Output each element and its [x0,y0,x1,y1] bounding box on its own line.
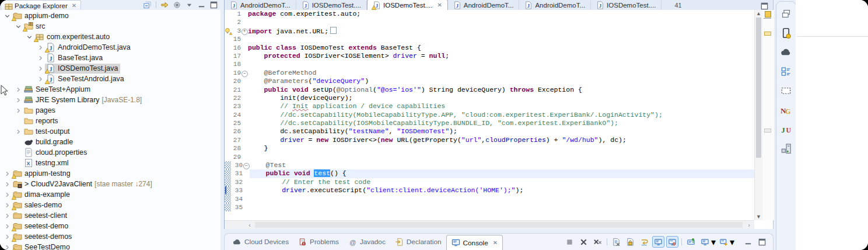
editor-tab-6[interactable]: JIOSDemoTest.... [591,1,662,10]
tree-item-row[interactable]: dima-example [12,190,72,200]
dropdown-caret-icon[interactable]: ▾ [711,237,716,248]
annotation-gutter[interactable] [225,203,231,211]
tree-item-seetest-client[interactable]: seetest-client [0,210,220,221]
chevron-right-icon[interactable] [2,211,12,220]
close-icon[interactable]: ✕ [437,2,442,8]
view-tab-problems[interactable]: Problems [293,234,344,250]
chevron-right-icon[interactable] [36,43,45,52]
annotation-gutter[interactable] [225,77,231,85]
tree-item-row[interactable]: reports [23,116,61,126]
testng-view-icon[interactable]: NG [780,103,793,116]
chevron-down-icon[interactable] [2,11,12,20]
annotation-gutter[interactable] [225,94,231,102]
annotation-gutter[interactable] [225,18,231,26]
overview-occurrence-marker[interactable] [764,129,771,133]
code-text[interactable] [250,195,754,203]
terminate-icon[interactable] [564,236,576,248]
code-text[interactable]: dc.setCapability("testName", "IOSDemoTes… [248,127,754,136]
minimize-icon[interactable] [197,0,206,9]
tree-item-seetestandroid-java[interactable]: JSeeTestAndroid.java [0,74,220,84]
collapsed-region-box[interactable] [330,27,337,34]
tree-item-iosdemotest-java[interactable]: JIOSDemoTest.java [0,63,220,74]
code-text[interactable]: //dc.setCapability(IOSMobileCapabilityTy… [248,119,754,127]
code-text[interactable]: package com.experitest.auto; [248,10,754,18]
tree-item-row[interactable]: src [23,22,48,32]
code-text[interactable]: @Test [250,161,754,169]
code-editor[interactable]: 1package com.experitest.auto;23+import j… [225,10,754,220]
fold-marker-icon[interactable]: − [241,69,248,77]
overview-warning-summary-icon[interactable] [765,11,771,18]
cloud-view-icon[interactable] [780,46,793,58]
chevron-right-icon[interactable] [2,169,12,178]
breakpoint-icon[interactable] [225,186,226,195]
annotation-gutter[interactable] [225,60,231,68]
tree-item-appium-demo[interactable]: appium-demo [0,11,220,21]
view-tab-console[interactable]: Console✕ [446,235,503,250]
tree-item-seetest-appium[interactable]: SeeTest+Appium [0,84,220,95]
package-explorer-tab[interactable]: Package Explorer ✕ [1,0,81,11]
code-text[interactable]: init(deviceQuery); [248,94,754,102]
code-text[interactable]: public void test() { [250,169,754,178]
fold-marker-icon[interactable]: + [241,27,248,35]
vertical-scroll-thumb[interactable] [756,18,761,158]
tree-item-cloud-properties[interactable]: cloud.properties [0,147,220,158]
tree-item-build-gradle[interactable]: build.gradle [0,137,220,147]
annotation-gutter[interactable] [225,102,231,110]
display-console-icon[interactable] [699,236,711,248]
annotation-gutter[interactable] [225,111,231,119]
chevron-right-icon[interactable] [13,95,23,105]
annotation-gutter[interactable] [225,10,231,18]
tree-item-row[interactable]: com.experitest.auto [34,32,112,42]
tree-item-reports[interactable]: reports [0,116,220,126]
chevron-right-icon[interactable] [2,232,12,241]
collapse-all-icon[interactable] [142,0,152,9]
tree-item-row[interactable]: JIOSDemoTest.java [45,64,120,74]
tree-item-row[interactable]: JSeeTestAndroid.java [45,74,127,84]
tree-item-row[interactable]: > CloudV2JavaClient [stae master ↓274] [12,179,155,189]
code-text[interactable]: @BeforeMethod [248,69,754,77]
editor-tab-2[interactable]: JIOSDemoTest.... [296,1,367,10]
code-text[interactable]: // Init application / device capabilitie… [248,102,754,110]
annotation-gutter[interactable] [225,69,231,77]
tree-item-row[interactable]: appium-testng [12,169,73,179]
chevron-right-icon[interactable] [36,64,45,73]
close-icon[interactable]: ✕ [72,2,76,9]
tree-item-seetest-demo[interactable]: seetest-demo [0,221,220,231]
code-text[interactable] [250,203,754,211]
tree-item-row[interactable]: JAndroidDemoTest.java [45,43,133,53]
code-text[interactable]: } [248,144,754,152]
tree-item-row[interactable]: JRE System Library [JavaSE-1.8] [23,95,144,105]
fold-toggle[interactable]: − [242,71,248,77]
code-text[interactable] [248,60,754,68]
annotation-gutter[interactable] [225,161,231,169]
view-tab-javadoc[interactable]: @Javadoc [344,234,390,250]
tree-item-row[interactable]: sales-demo [12,200,64,210]
annotation-gutter[interactable] [225,119,231,127]
remove-launch-icon[interactable] [578,236,590,248]
tree-item-pages[interactable]: pages [0,105,220,116]
code-text[interactable] [248,18,754,26]
chevron-right-icon[interactable] [2,221,12,231]
tree-item-row[interactable]: SeeTestDemo [12,242,72,250]
tree-item-row[interactable]: build.gradle [23,137,75,147]
maximize-icon[interactable] [209,0,219,9]
chevron-right-icon[interactable] [36,74,45,84]
pin-console-icon[interactable] [685,236,697,248]
tree-item-sales-demo[interactable]: sales-demo [0,200,220,210]
code-text[interactable]: @Parameters("deviceQuery") [248,77,754,85]
maximize-icon[interactable] [760,1,769,11]
horizontal-scrollbar[interactable]: ‹ › [225,220,754,229]
code-text[interactable]: driver = new IOSDriver<>(new URL(getProp… [248,136,754,144]
view-menu-icon[interactable] [184,0,194,9]
code-text[interactable] [248,35,754,43]
chevron-right-icon[interactable] [36,53,45,62]
view-tab-cloud-devices[interactable]: Cloud Devices [228,234,293,250]
annotation-gutter[interactable] [225,178,231,186]
mobile-device-view-icon[interactable] [780,26,793,39]
tree-item-row[interactable]: seetest-client [12,211,69,221]
maximize-icon[interactable] [756,236,768,248]
dropdown-caret-icon[interactable]: ▾ [730,237,734,248]
annotation-gutter[interactable] [225,195,231,203]
tree-item-row[interactable]: JBaseTest.java [45,53,105,63]
tree-item-appium-testng[interactable]: appium-testng [0,168,220,179]
